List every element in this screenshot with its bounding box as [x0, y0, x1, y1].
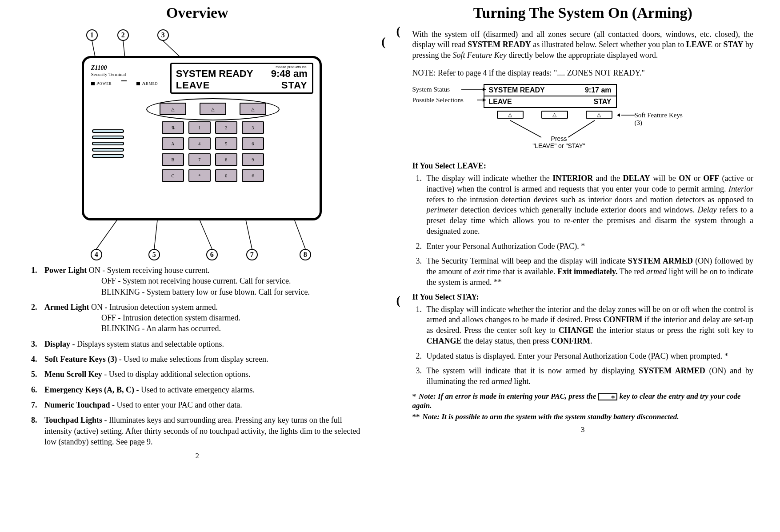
- intro-paragraph: With the system off (disarmed) and all z…: [412, 29, 754, 60]
- emergency-key-c: C: [162, 169, 184, 182]
- page-title-left: Overview: [27, 4, 368, 21]
- key-2: 2: [215, 121, 237, 134]
- overview-item: 8.Touchpad Lights - Illuminates keys and…: [31, 415, 368, 447]
- mini-label-selections: Possible Selections: [412, 96, 464, 104]
- footnote-2: **Note: It is possible to arm the system…: [412, 412, 754, 421]
- page-number-right: 3: [412, 425, 754, 434]
- step-item: The system will indicate that it is now …: [424, 366, 754, 387]
- lcd-status: SYSTEM READY: [176, 68, 253, 80]
- overview-item: 6.Emergency Keys (A, B, C) - Used to act…: [31, 384, 368, 395]
- clear-key-icon: [598, 393, 617, 400]
- keypad: △ △ △ ⇅ 1 2 3 A 4 5: [151, 103, 275, 185]
- key-5: 5: [215, 137, 237, 150]
- callout-7: 7: [246, 249, 258, 260]
- indicator-armed: Armed: [142, 80, 158, 86]
- indicator-power: Power: [96, 80, 112, 86]
- overview-item: 7.Numeric Touchpad - Used to enter your …: [31, 400, 368, 410]
- key-8: 8: [215, 153, 237, 166]
- svg-marker-13: [617, 113, 620, 117]
- lcd-time: 9:48 am: [271, 68, 308, 80]
- key-0: 0: [215, 169, 237, 182]
- page-right: Turning The System On (Arming) ( ( With …: [395, 0, 780, 532]
- footnote-1: *Note: If an error is made in entering y…: [412, 392, 754, 411]
- overview-item: 1.Power Light ON - System receiving hous…: [31, 265, 368, 297]
- mini-opt-leave: LEAVE: [489, 98, 512, 106]
- speaker-grille: [92, 129, 124, 158]
- callout-4: 4: [91, 249, 102, 260]
- mini-softkey-1: △: [497, 111, 524, 119]
- note-line: NOTE: Refer to page 4 if the display rea…: [412, 68, 754, 78]
- key-star: *: [188, 169, 211, 182]
- mini-label-softkeys: Soft Feature Keys (3): [635, 112, 688, 127]
- overview-item: 3.Display - Displays system status and s…: [31, 339, 368, 349]
- menu-scroll-key: ⇅: [162, 121, 184, 134]
- mini-press-label: Press "LEAVE" or "STAY": [528, 135, 590, 149]
- key-1: 1: [188, 121, 211, 134]
- page-title-right: Turning The System On (Arming): [412, 4, 754, 21]
- stay-steps: The display will indicate whether the in…: [424, 304, 754, 387]
- mini-opt-stay: STAY: [593, 98, 611, 106]
- mini-label-status: System Status: [412, 86, 450, 93]
- key-4: 4: [188, 137, 211, 150]
- terminal-id-panel: Z1100 Security Terminal Power Armed: [90, 63, 166, 94]
- emergency-key-b: B: [162, 153, 184, 166]
- terminal-body: Z1100 Security Terminal Power Armed moos…: [82, 56, 322, 220]
- key-3: 3: [242, 121, 264, 134]
- brand-sub: Security Terminal: [91, 72, 165, 77]
- step-item: The Security Terminal will beep and the …: [424, 256, 754, 288]
- softkey-2: △: [200, 103, 226, 115]
- softkey-1: △: [160, 103, 186, 115]
- step-item: The display will indicate whether the IN…: [424, 173, 754, 237]
- softkey-3: △: [240, 103, 266, 115]
- mini-softkey-3: △: [586, 111, 612, 119]
- mini-diagram: System Status Possible Selections SYSTEM…: [412, 84, 688, 155]
- callout-1: 1: [86, 29, 98, 41]
- callout-5: 5: [148, 249, 160, 260]
- key-9: 9: [242, 153, 264, 166]
- overview-item: 5.Menu Scroll Key - Used to display addi…: [31, 369, 368, 380]
- overview-item: 4.Soft Feature Keys (3) - Used to make s…: [31, 354, 368, 364]
- overview-list: 1.Power Light ON - System receiving hous…: [31, 265, 368, 447]
- step-item: Updated status is displayed. Enter your …: [424, 351, 754, 362]
- brand-model: Z1100: [91, 64, 165, 72]
- emergency-key-a: A: [162, 137, 184, 150]
- subhead-leave: If You Select LEAVE:: [412, 161, 754, 171]
- scan-paren-1: (: [381, 35, 385, 49]
- lcd-opt-leave: LEAVE: [176, 80, 210, 91]
- terminal-lcd: moose products inc. SYSTEM READY 9:48 am…: [170, 63, 313, 94]
- lcd-opt-stay: STAY: [281, 80, 308, 91]
- scan-paren-2: (: [396, 24, 400, 38]
- callout-2: 2: [117, 29, 129, 41]
- step-item: Enter your Personal Authorization Code (…: [424, 241, 754, 252]
- callout-8: 8: [300, 249, 311, 260]
- scan-paren-3: (: [396, 293, 400, 308]
- leave-steps: The display will indicate whether the IN…: [424, 173, 754, 288]
- page-number-left: 2: [27, 452, 368, 460]
- mini-time: 9:17 am: [585, 86, 612, 94]
- step-item: The display will indicate whether the in…: [424, 304, 754, 347]
- key-hash: #: [242, 169, 264, 182]
- mini-lcd: SYSTEM READY 9:17 am LEAVE STAY: [484, 84, 617, 108]
- subhead-stay: If You Select STAY:: [412, 292, 754, 302]
- mini-status: SYSTEM READY: [489, 86, 545, 94]
- mini-softkey-2: △: [541, 111, 568, 119]
- callout-6: 6: [206, 249, 218, 260]
- key-6: 6: [242, 137, 264, 150]
- terminal-diagram: 1 2 3 4 5 6 7 8 Z: [60, 29, 335, 260]
- key-7: 7: [188, 153, 211, 166]
- page-left: Overview ( 1 2 3 4 5 6 7 8: [0, 0, 395, 532]
- callout-3: 3: [157, 29, 169, 41]
- overview-item: 2.Armed Light ON - Intrusion detection s…: [31, 302, 368, 334]
